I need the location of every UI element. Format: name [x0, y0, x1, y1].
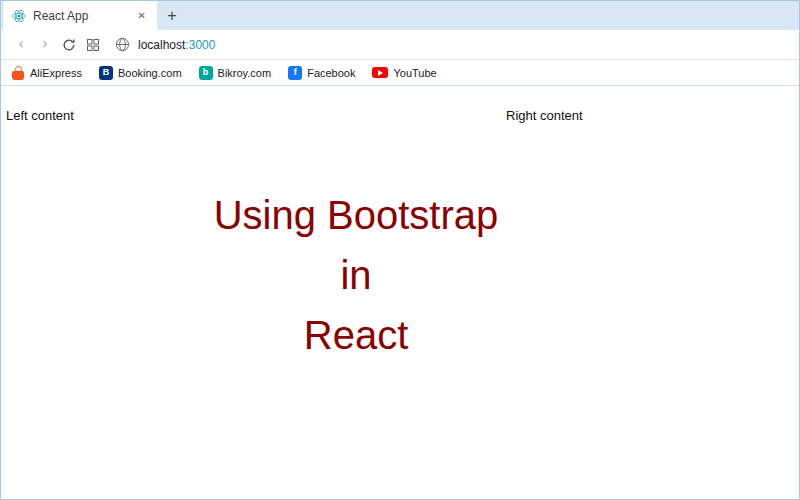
bookmarks-bar: AliExpress B Booking.com b Bikroy.com f … [1, 60, 799, 86]
heading-line-3: React [1, 311, 711, 359]
url-port: :3000 [185, 38, 215, 52]
bookmark-youtube[interactable]: YouTube [372, 67, 436, 79]
facebook-icon: f [288, 66, 302, 80]
page-content: Left content Right content Using Bootstr… [1, 86, 799, 499]
forward-button[interactable]: › [33, 33, 57, 57]
tab-react-app[interactable]: React App ✕ [3, 1, 157, 30]
aliexpress-icon [11, 66, 25, 80]
back-button[interactable]: ‹ [9, 33, 33, 57]
bookmark-booking[interactable]: B Booking.com [99, 66, 182, 80]
bookmark-label: Booking.com [118, 67, 182, 79]
heading-line-2: in [1, 251, 711, 299]
browser-window: React App ✕ + ‹ › [0, 0, 800, 500]
youtube-icon [372, 67, 388, 78]
tab-close-icon[interactable]: ✕ [135, 9, 149, 23]
forward-icon: › [42, 37, 48, 52]
refresh-icon [62, 38, 76, 52]
bookmark-facebook[interactable]: f Facebook [288, 66, 355, 80]
tiles-button[interactable] [81, 33, 105, 57]
new-tab-button[interactable]: + [157, 1, 187, 30]
bookmark-label: Bikroy.com [218, 67, 272, 79]
refresh-button[interactable] [57, 33, 81, 57]
react-logo-icon [11, 8, 26, 23]
play-icon [378, 70, 383, 76]
address-bar[interactable]: localhost:3000 [115, 37, 215, 52]
booking-icon: B [99, 66, 113, 80]
url-text: localhost:3000 [138, 38, 215, 52]
bikroy-icon: b [199, 66, 213, 80]
bookmark-label: Facebook [307, 67, 355, 79]
page-heading: Using Bootstrap in React [1, 191, 711, 371]
tab-strip: React App ✕ + [1, 1, 799, 30]
left-column-text: Left content [6, 108, 74, 123]
tab-title: React App [33, 9, 128, 23]
grid-icon [87, 39, 99, 51]
navigation-bar: ‹ › localhost:30 [1, 30, 799, 60]
url-host: localhost [138, 38, 185, 52]
back-icon: ‹ [18, 37, 24, 52]
bookmark-aliexpress[interactable]: AliExpress [11, 66, 82, 80]
globe-icon [115, 37, 130, 52]
bookmark-label: YouTube [393, 67, 436, 79]
right-column-text: Right content [506, 108, 583, 123]
bookmark-label: AliExpress [30, 67, 82, 79]
bookmark-bikroy[interactable]: b Bikroy.com [199, 66, 272, 80]
heading-line-1: Using Bootstrap [1, 191, 711, 239]
